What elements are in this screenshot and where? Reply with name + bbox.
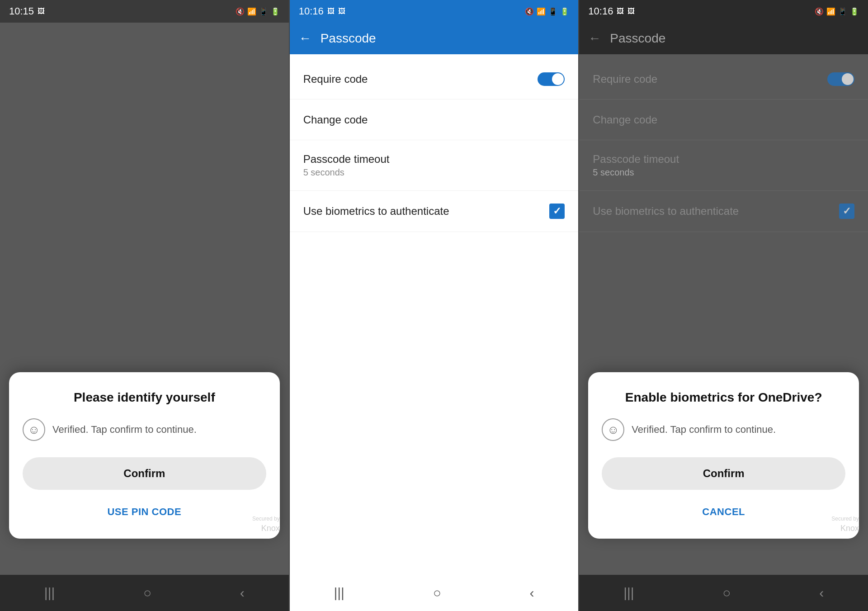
image-icon-3b: 🖼: [627, 7, 635, 15]
image-icon-3: 🖼: [617, 7, 624, 15]
status-bar-2: 10:16 🖼 🖼 🔇 📶 📱 🔋: [290, 0, 579, 23]
back-arrow-2[interactable]: ←: [299, 31, 311, 46]
back-button-1[interactable]: ‹: [240, 585, 245, 601]
timeout-sublabel: 5 seconds: [303, 167, 565, 178]
signal-icon-2: 📱: [548, 7, 557, 16]
signal-icon-1: 📱: [259, 7, 268, 16]
dialog-title-1: Please identify yourself: [23, 390, 266, 405]
toggle-knob-require: [552, 73, 564, 85]
main-content-3: Require code Change code Passcode timeou…: [579, 54, 868, 575]
biometrics-label: Use biometrics to authenticate: [303, 205, 550, 218]
settings-item-require-code[interactable]: Require code: [290, 59, 579, 99]
mute-icon-1: 🔇: [236, 7, 245, 16]
home-button-2[interactable]: ○: [433, 585, 441, 601]
settings-item-require-code-3: Require code: [579, 59, 868, 99]
knox-label-1: Knox: [252, 523, 280, 534]
timeout-label-3: Passcode timeout: [593, 153, 854, 166]
recent-apps-button-3[interactable]: |||: [623, 585, 634, 601]
change-code-label-3: Change code: [593, 114, 854, 126]
dialog-title-3: Enable biometrics for OneDrive?: [602, 390, 845, 405]
app-bar-2: ← Passcode: [290, 23, 579, 54]
phone-panel-2: 10:16 🖼 🖼 🔇 📶 📱 🔋 ← Passcode Require cod…: [289, 0, 580, 611]
status-bar-1: 10:15 🖼 🔇 📶 📱 🔋: [0, 0, 289, 23]
app-bar-title-3: Passcode: [610, 31, 665, 46]
knox-brand-3: Secured by Knox: [831, 515, 859, 534]
nav-bar-2: ||| ○ ‹: [290, 575, 579, 611]
app-bar-title-2: Passcode: [321, 31, 376, 46]
settings-list-2: Require code Change code Passcode timeou…: [290, 54, 579, 237]
image-icon-1: 🖼: [38, 7, 45, 15]
nav-bar-3: ||| ○ ‹: [579, 575, 868, 611]
recent-apps-button-2[interactable]: |||: [334, 585, 344, 601]
settings-item-change-code[interactable]: Change code: [290, 99, 579, 140]
identify-dialog: Please identify yourself ☺ Verified. Tap…: [9, 372, 280, 539]
require-code-label: Require code: [303, 73, 538, 85]
status-bar-right-2: 🔇 📶 📱 🔋: [525, 7, 569, 16]
phone-panel-1: 10:15 🖼 🔇 📶 📱 🔋 Please identify yourself…: [0, 0, 289, 611]
require-code-label-3: Require code: [593, 73, 827, 85]
main-content-1: Please identify yourself ☺ Verified. Tap…: [0, 23, 289, 575]
image-icon-2b: 🖼: [338, 7, 345, 15]
timeout-sublabel-3: 5 seconds: [593, 167, 854, 178]
signal-icon-3: 📱: [838, 7, 847, 16]
checkbox-checkmark: ✓: [553, 205, 561, 217]
change-code-label: Change code: [303, 114, 565, 126]
settings-item-biometrics[interactable]: Use biometrics to authenticate ✓: [290, 191, 579, 232]
verify-text-1: Verified. Tap confirm to continue.: [52, 424, 197, 436]
knox-label-3: Knox: [831, 523, 859, 534]
status-bar-3: 10:16 🖼 🖼 🔇 📶 📱 🔋: [579, 0, 868, 23]
secured-by-label-3: Secured by: [831, 515, 859, 523]
settings-item-biometrics-3: Use biometrics to authenticate ✓: [579, 191, 868, 232]
back-button-3[interactable]: ‹: [819, 585, 824, 601]
home-button-3[interactable]: ○: [722, 585, 731, 601]
settings-item-timeout[interactable]: Passcode timeout 5 seconds: [290, 140, 579, 191]
main-content-2: Require code Change code Passcode timeou…: [290, 54, 579, 575]
status-bar-left-3: 10:16 🖼 🖼: [588, 5, 635, 17]
settings-item-change-code-3: Change code: [579, 99, 868, 140]
checkbox-checkmark-3: ✓: [843, 205, 851, 217]
status-time-3: 10:16: [588, 5, 613, 17]
image-icon-2: 🖼: [327, 7, 335, 15]
confirm-button-1[interactable]: Confirm: [23, 457, 266, 490]
secured-by-label-1: Secured by: [252, 515, 280, 523]
status-time-1: 10:15: [9, 5, 34, 17]
recent-apps-button-1[interactable]: |||: [44, 585, 55, 601]
require-code-toggle[interactable]: [538, 72, 565, 86]
knox-brand-1: Secured by Knox: [252, 515, 280, 534]
verify-row-1: ☺ Verified. Tap confirm to continue.: [23, 418, 266, 441]
battery-icon-2: 🔋: [560, 7, 569, 16]
biometrics-checkbox[interactable]: ✓: [549, 204, 565, 219]
battery-icon-1: 🔋: [271, 7, 280, 16]
wifi-icon-2: 📶: [537, 7, 546, 16]
wifi-icon-3: 📶: [826, 7, 835, 16]
status-time-2: 10:16: [299, 5, 324, 17]
timeout-label: Passcode timeout: [303, 153, 565, 166]
cancel-button-3[interactable]: CANCEL: [602, 499, 845, 525]
wifi-icon-1: 📶: [247, 7, 256, 16]
biometrics-dialog: Enable biometrics for OneDrive? ☺ Verifi…: [588, 372, 859, 539]
battery-icon-3: 🔋: [850, 7, 859, 16]
verify-row-3: ☺ Verified. Tap confirm to continue.: [602, 418, 845, 441]
settings-list-3: Require code Change code Passcode timeou…: [579, 54, 868, 237]
confirm-button-3[interactable]: Confirm: [602, 457, 845, 490]
mute-icon-2: 🔇: [525, 7, 534, 16]
biometrics-checkbox-3: ✓: [839, 204, 854, 219]
back-arrow-3[interactable]: ←: [588, 31, 601, 46]
back-button-2[interactable]: ‹: [529, 585, 534, 601]
settings-item-timeout-3: Passcode timeout 5 seconds: [579, 140, 868, 191]
status-bar-right-1: 🔇 📶 📱 🔋: [236, 7, 280, 16]
biometrics-label-3: Use biometrics to authenticate: [593, 205, 839, 218]
nav-bar-1: ||| ○ ‹: [0, 575, 289, 611]
use-pin-button[interactable]: USE PIN CODE: [23, 499, 266, 525]
face-icon-3: ☺: [602, 418, 624, 441]
require-code-toggle-3: [827, 72, 854, 86]
status-bar-left-1: 10:15 🖼: [9, 5, 45, 17]
mute-icon-3: 🔇: [815, 7, 824, 16]
home-button-1[interactable]: ○: [143, 585, 151, 601]
status-bar-right-3: 🔇 📶 📱 🔋: [815, 7, 859, 16]
verify-text-3: Verified. Tap confirm to continue.: [632, 424, 776, 436]
toggle-knob-require-3: [842, 73, 854, 85]
app-bar-3: ← Passcode: [579, 23, 868, 54]
face-icon-1: ☺: [23, 418, 45, 441]
status-bar-left-2: 10:16 🖼 🖼: [299, 5, 345, 17]
